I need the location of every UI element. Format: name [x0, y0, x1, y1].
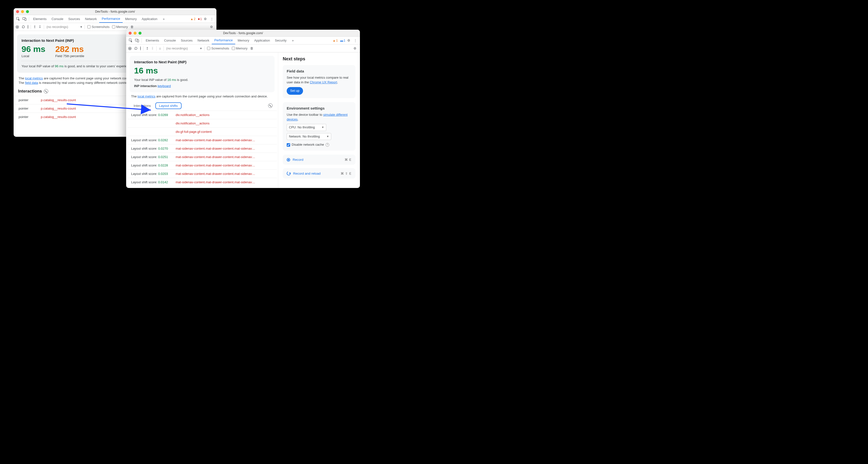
- devtools-tabstrip: ElementsConsoleSourcesNetworkPerformance…: [13, 15, 216, 23]
- field-data-card: Field data See how your local metrics co…: [283, 65, 355, 98]
- inspect-icon[interactable]: [128, 39, 133, 42]
- tab-network[interactable]: Network: [83, 15, 99, 23]
- tab-console[interactable]: Console: [49, 15, 66, 23]
- window-title: DevTools - fonts.google.com/: [126, 31, 360, 35]
- layout-shift-row[interactable]: Layout shift score: 0.0203mat-sidenav-co…: [127, 169, 277, 178]
- minimize-icon[interactable]: [133, 32, 136, 35]
- env-settings-card: Environment settings Use the device tool…: [283, 102, 355, 151]
- disable-cache-label: Disable network cache: [292, 143, 324, 147]
- inp-field-value: 282 ms: [55, 44, 84, 54]
- cpu-throttle-select[interactable]: CPU: No throttling▼: [287, 124, 326, 131]
- zoom-icon[interactable]: [138, 32, 142, 35]
- gc-icon[interactable]: 🗑: [130, 25, 133, 29]
- record-icon[interactable]: [128, 47, 132, 50]
- device-icon[interactable]: [134, 39, 140, 42]
- inp-field-label: Field 75th percentile: [55, 54, 84, 58]
- home-icon[interactable]: ⌂: [159, 47, 161, 50]
- more-icon[interactable]: ⋮: [352, 39, 359, 42]
- tab-sources[interactable]: Sources: [178, 37, 195, 44]
- error-badge[interactable]: ■ 1: [198, 17, 202, 21]
- zoom-icon[interactable]: [26, 10, 29, 13]
- reload-shortcut: ⌘ ⇧ E: [341, 172, 351, 175]
- tab-performance[interactable]: Performance: [212, 37, 235, 44]
- memory-checkbox[interactable]: Memory: [232, 47, 248, 50]
- crux-link[interactable]: Chrome UX Report: [310, 81, 337, 84]
- tab-performance[interactable]: Performance: [99, 15, 122, 23]
- layout-shift-row[interactable]: Layout shift score: 0.0228mat-sidenav-co…: [127, 161, 277, 169]
- subtab-interactions[interactable]: Interactions: [130, 103, 154, 109]
- clear-icon[interactable]: [268, 103, 273, 108]
- field-data-title: Field data: [287, 68, 351, 74]
- record-label: Record: [292, 158, 304, 161]
- perf-left-column: Interaction to Next Paint (INP) 16 ms Yo…: [126, 53, 278, 188]
- close-icon[interactable]: [129, 32, 132, 35]
- inp-local-value: 16 ms: [134, 66, 270, 75]
- tab-memory[interactable]: Memory: [235, 37, 252, 44]
- layout-shift-row[interactable]: Layout shift score: 0.0269div.notificati…: [127, 111, 277, 119]
- reload-icon[interactable]: [22, 25, 25, 29]
- tab-console[interactable]: Console: [161, 37, 178, 44]
- tab-application[interactable]: Application: [252, 37, 273, 44]
- overflow-tabs[interactable]: »: [289, 37, 296, 44]
- screenshots-checkbox[interactable]: Screenshots: [207, 47, 229, 50]
- recording-select[interactable]: (no recordings) ▾: [46, 25, 82, 29]
- subtab-layout-shifts[interactable]: Layout shifts: [155, 102, 182, 109]
- layout-shift-row[interactable]: Layout shift score: 0.0282mat-sidenav-co…: [127, 136, 277, 144]
- tab-elements[interactable]: Elements: [143, 37, 161, 44]
- traffic-lights: [126, 32, 142, 35]
- warning-badge[interactable]: ▲ 1: [333, 39, 338, 42]
- devtools-tabstrip: ElementsConsoleSourcesNetworkPerformance…: [126, 37, 360, 44]
- local-metrics-link[interactable]: local metrics: [25, 76, 43, 80]
- recording-select[interactable]: (no recordings) ▾: [166, 47, 202, 50]
- minimize-icon[interactable]: [21, 10, 24, 13]
- layout-shift-row[interactable]: Layout shift score: 0.0251mat-sidenav-co…: [127, 153, 277, 161]
- download-icon[interactable]: ↧: [151, 47, 154, 50]
- more-icon[interactable]: ⋮: [209, 17, 215, 21]
- tab-application[interactable]: Application: [139, 15, 160, 23]
- layout-shift-row[interactable]: div.gf-full-page.gf-content: [127, 127, 277, 136]
- upload-icon[interactable]: ↥: [146, 47, 149, 50]
- local-metrics-link[interactable]: local metrics: [137, 94, 155, 98]
- record-action[interactable]: Record ⌘ E: [283, 155, 355, 165]
- network-throttle-select[interactable]: Network: No throttling▼: [287, 133, 331, 140]
- close-icon[interactable]: [16, 10, 19, 13]
- screenshots-checkbox[interactable]: Screenshots: [87, 25, 109, 29]
- layout-shift-row[interactable]: Layout shift score: 0.0142mat-sidenav-co…: [127, 178, 277, 186]
- layout-shifts-table: Layout shift score: 0.0269div.notificati…: [127, 111, 277, 186]
- info-badge[interactable]: ▬ 1: [340, 39, 345, 42]
- settings-icon[interactable]: ⚙: [203, 17, 208, 21]
- device-icon[interactable]: [22, 17, 27, 21]
- svg-point-4: [17, 26, 18, 27]
- panel-settings-icon[interactable]: ⚙: [352, 47, 358, 50]
- setup-button[interactable]: Set up: [287, 87, 303, 95]
- inp-interaction-link[interactable]: keyboard: [158, 84, 171, 88]
- record-reload-action[interactable]: Record and reload ⌘ ⇧ E: [283, 168, 355, 179]
- titlebar: DevTools - fonts.google.com/: [13, 8, 216, 15]
- reload-icon[interactable]: [134, 47, 138, 50]
- inspect-icon[interactable]: [15, 17, 21, 21]
- clear-interactions-icon[interactable]: [44, 89, 48, 93]
- field-data-link[interactable]: field data: [25, 81, 38, 85]
- help-icon[interactable]: ?: [326, 143, 329, 147]
- layout-shift-row[interactable]: Layout shift score: 0.0270mat-sidenav-co…: [127, 144, 277, 153]
- tab-network[interactable]: Network: [195, 37, 212, 44]
- upload-icon[interactable]: ↥: [33, 25, 36, 29]
- settings-icon[interactable]: ⚙: [346, 39, 352, 42]
- gc-icon[interactable]: 🗑: [250, 47, 253, 50]
- tab-sources[interactable]: Sources: [66, 15, 83, 23]
- tab-security[interactable]: Security: [272, 37, 289, 44]
- clear-icon[interactable]: [140, 47, 141, 50]
- layout-shift-row[interactable]: div.notification__actions: [127, 119, 277, 127]
- memory-checkbox[interactable]: Memory: [112, 25, 128, 29]
- panel-settings-icon[interactable]: ⚙: [209, 25, 214, 29]
- overflow-tabs[interactable]: »: [160, 15, 167, 23]
- disable-cache-checkbox[interactable]: [287, 143, 290, 147]
- svg-rect-2: [25, 18, 26, 21]
- tab-memory[interactable]: Memory: [123, 15, 139, 23]
- tab-elements[interactable]: Elements: [31, 15, 49, 23]
- clear-icon[interactable]: [28, 25, 28, 29]
- warning-badge[interactable]: ▲ 2: [190, 17, 195, 21]
- record-icon[interactable]: [16, 25, 19, 29]
- download-icon[interactable]: ↧: [39, 25, 41, 29]
- next-steps-heading: Next steps: [283, 56, 355, 62]
